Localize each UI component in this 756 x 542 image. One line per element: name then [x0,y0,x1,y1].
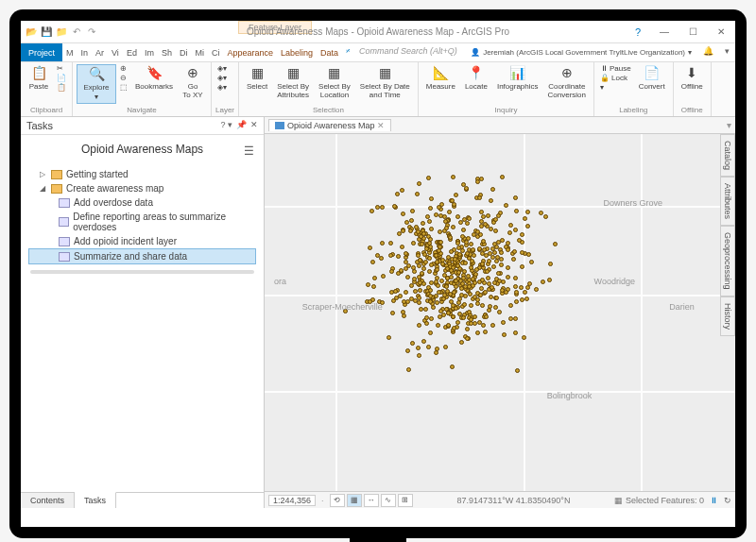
tasks-title: Opioid Awareness Maps [81,143,203,156]
pause-drawing-icon[interactable]: ⏸ [710,496,718,505]
qat-undo-icon[interactable]: ↶ [70,25,83,39]
side-tab-geoprocessing[interactable]: Geoprocessing [720,226,735,296]
user-label: Jeremiah (ArcGIS Local Government TryItL… [483,48,685,57]
menu-tab-im[interactable]: Im [141,43,158,61]
selected-features: ▦ Selected Features: 0 [614,496,704,505]
menu-tab-labeling[interactable]: Labeling [277,43,317,61]
qat-open-icon[interactable]: 📂 [25,25,38,39]
select-button[interactable]: ▦Select [243,64,271,93]
status-bar: 1:244,356 · ⟲ ▦ ↔ ∿ ⊞ 87.9147311°W 41.83… [265,491,735,508]
qat-redo-icon[interactable]: ↷ [85,25,98,39]
menu-tab-data[interactable]: Data [317,43,342,61]
qat-new-icon[interactable]: 📁 [55,25,68,39]
add-data-button[interactable]: ◈▾ [215,64,229,73]
tasks-pane-title: Tasks [26,120,53,131]
pane-close-icon[interactable]: ✕ [250,120,258,131]
task-item[interactable]: ▷Getting started [28,167,256,181]
menu-tab-appearance[interactable]: Appearance [223,43,277,61]
select-by-attributes-button[interactable]: ▦Select By Attributes [273,64,313,101]
pause-button[interactable]: ⏸ Pause [598,64,633,73]
menu-tab-mi[interactable]: Mi [191,43,208,61]
offline-button[interactable]: ⬇Offline [678,64,707,93]
explore-button[interactable]: 🔍Explore▾ [77,64,116,104]
project-button[interactable]: Project [21,43,62,61]
command-search[interactable]: Command Search (Alt+Q) [353,43,465,61]
contents-pane-tab[interactable]: Contents [21,493,75,508]
city-label: Scraper-Moecherville [302,302,383,312]
side-tab-history[interactable]: History [720,296,735,336]
menu-tab-m[interactable]: M [62,43,77,61]
goto-xy-button[interactable]: ⊕Go To XY [179,64,207,101]
status-btn-4[interactable]: ∿ [381,494,396,507]
menu-tab-in[interactable]: In [77,43,93,61]
menu-tab-sh[interactable]: Sh [158,43,176,61]
minimize-button[interactable]: — [650,22,679,42]
tasks-tree: ▷Getting started◢Create awareness mapAdd… [21,163,264,268]
task-item[interactable]: Add opioid incident layer [28,234,256,248]
infographics-button[interactable]: 📊Infographics [493,64,542,93]
city-label: Downers Grove [604,198,663,208]
coord-conversion-button[interactable]: ⊕Coordinate Conversion [544,64,590,101]
map-view-tab[interactable]: Opioid Awareness Map ✕ [268,119,391,131]
copy-button[interactable]: 📄 [55,74,68,82]
qat-save-icon[interactable]: 💾 [40,25,53,39]
task-item[interactable]: Add overdose data [28,195,256,210]
lock-icon: 🔒 [600,74,610,82]
lock-button[interactable]: 🔒 Lock [598,74,633,82]
status-btn-3[interactable]: ↔ [364,494,379,507]
cut-button[interactable]: ✂ [55,64,68,73]
status-btn-2[interactable]: ▦ [347,494,362,507]
pane-pin-icon[interactable]: 📌 [236,120,247,131]
tasks-menu-icon[interactable]: ☰ [244,144,254,158]
convert-button[interactable]: 📄Convert [635,64,669,93]
tab-close-icon[interactable]: ✕ [377,121,385,130]
measure-button[interactable]: 📐Measure [422,64,459,93]
bookmarks-button[interactable]: 🔖Bookmarks [131,64,177,93]
map-icon [275,122,284,129]
close-button[interactable]: ✕ [707,22,735,42]
side-tab-catalog[interactable]: Catalog [720,134,735,177]
map-canvas[interactable]: Downers GroveWoodridgeBolingbrookScraper… [265,134,735,491]
menu-tab-vi[interactable]: Vi [108,43,123,61]
clipboard-icon: 📋 [30,65,47,82]
ruler-icon: 📐 [432,65,449,82]
select-by-date-button[interactable]: ▦Select By Date and Time [356,64,414,101]
paste-button[interactable]: 📋Paste [25,64,53,93]
scale-input[interactable]: 1:244,356 [268,495,316,506]
task-item[interactable]: ◢Create awareness map [28,181,256,195]
task-item[interactable]: Define reporting areas to summarize over… [28,210,256,234]
city-label: ora [274,277,286,286]
pause-icon: ⏸ [600,64,608,73]
map-dropdown-icon[interactable]: ▾ [727,120,731,130]
tasks-pane-tab[interactable]: Tasks [75,492,116,508]
menu-tab-di[interactable]: Di [176,43,192,61]
pin-icon: 📍 [468,65,485,82]
chart-icon: 📊 [509,65,526,82]
city-label: Darien [669,302,695,312]
copypath-button[interactable]: 📋 [55,83,68,92]
ribbon: 📋Paste ✂📄📋 Clipboard 🔍Explore▾ ⊕⊖⬚ 🔖Book… [21,62,735,117]
menu-tab-ar[interactable]: Ar [92,43,108,61]
maximize-button[interactable]: ☐ [679,22,707,42]
tasks-pane: Tasks ? ▾📌✕ Opioid Awareness Maps ☰ ▷Get… [21,117,265,508]
offline-icon: ⬇ [683,65,700,82]
menu-tab-ed[interactable]: Ed [123,43,141,61]
menu-tab-ci[interactable]: Ci [208,43,224,61]
bookmark-icon: 🔖 [146,65,163,82]
help-icon[interactable]: ? [635,26,641,38]
notification-icon[interactable]: 🔔 [697,43,719,61]
scrollbar[interactable] [30,270,254,274]
select-by-location-button[interactable]: ▦Select By Location [315,64,354,101]
status-btn-1[interactable]: ⟲ [330,494,345,507]
status-btn-5[interactable]: ⊞ [398,494,413,507]
quick-access-toolbar: 📂 💾 📁 ↶ ↷ [21,24,102,41]
menubar: Project MInArViEdImShDiMiCiAppearanceLab… [21,43,735,62]
pane-options-icon[interactable]: ? ▾ [220,120,232,131]
target-icon: ⊕ [184,65,201,82]
select-icon: ▦ [249,65,266,82]
side-tab-attributes[interactable]: Attributes [720,177,735,226]
locate-button[interactable]: 📍Locate [461,64,491,93]
user-info[interactable]: 👤 Jeremiah (ArcGIS Local Government TryI… [465,43,697,61]
task-item[interactable]: Summarize and share data [28,248,256,264]
refresh-icon[interactable]: ↻ [724,496,731,505]
